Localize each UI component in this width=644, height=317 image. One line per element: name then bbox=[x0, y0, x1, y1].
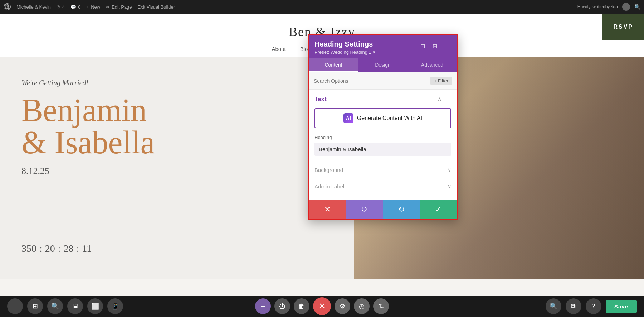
admin-search-icon[interactable]: 🔍 bbox=[634, 4, 640, 10]
panel-cancel-button[interactable]: ✕ bbox=[309, 200, 346, 219]
filter-button[interactable]: + Filter bbox=[430, 77, 452, 85]
bottom-toolbar: ☰ ⊞ 🔍 🖥 ⬜ 📱 + ⏻ 🗑 ✕ ⚙ ◷ ⇅ 🔍 ⧉ ? Save bbox=[0, 296, 644, 317]
rsvp-corner-button[interactable]: RSVP bbox=[602, 14, 644, 40]
hero-left-content: We're Getting Married! Benjamin& Isabell… bbox=[0, 57, 354, 279]
howdy-text: Howdy, writtenbyekta bbox=[577, 4, 618, 9]
panel-search-bar: + Filter bbox=[309, 72, 457, 90]
edit-page-item[interactable]: ✏ Edit Page bbox=[106, 4, 132, 10]
countdown: 350 : 20 : 28 : 11 bbox=[21, 243, 92, 254]
countdown-hours: 20 bbox=[45, 243, 55, 254]
revisions-item[interactable]: ⟳ 4 bbox=[57, 4, 65, 10]
hero-date: 8.12.25 bbox=[21, 166, 333, 177]
exit-builder-label: Exit Visual Builder bbox=[138, 4, 175, 10]
settings-button[interactable]: ⚙ bbox=[335, 298, 350, 314]
close-button[interactable]: ✕ bbox=[313, 297, 331, 315]
reset-icon: ↺ bbox=[361, 205, 367, 214]
hero-subtitle: We're Getting Married! bbox=[21, 79, 333, 87]
background-chevron-icon: ∨ bbox=[448, 167, 451, 173]
countdown-days: 350 bbox=[21, 243, 36, 254]
new-item[interactable]: + New bbox=[87, 4, 101, 10]
new-label: New bbox=[91, 4, 100, 10]
panel-body: Text ∧ ⋮ AI Generate Content With AI Hea… bbox=[309, 90, 457, 200]
save-button[interactable]: Save bbox=[606, 300, 637, 313]
text-section-title: Text bbox=[314, 96, 327, 103]
edit-page-label: Edit Page bbox=[112, 4, 132, 10]
site-name-label: Michelle & Kevin bbox=[16, 4, 51, 10]
admin-label-section-header[interactable]: Admin Label ∨ bbox=[314, 183, 451, 189]
panel-title: Heading Settings bbox=[314, 40, 418, 48]
panel-confirm-button[interactable]: ✓ bbox=[420, 200, 457, 219]
heading-field-label: Heading bbox=[314, 135, 451, 140]
history-button[interactable]: ◷ bbox=[354, 298, 370, 314]
admin-label-section-title: Admin Label bbox=[314, 183, 344, 189]
desktop-view-button[interactable]: 🖥 bbox=[67, 298, 83, 314]
user-avatar bbox=[622, 3, 630, 11]
toolbar-search-icon[interactable]: 🔍 bbox=[546, 298, 561, 314]
wp-logo-item[interactable] bbox=[4, 3, 11, 10]
tab-content[interactable]: Content bbox=[309, 58, 358, 72]
background-section: Background ∨ bbox=[314, 162, 451, 178]
hero-names: Benjamin& Isabella bbox=[21, 94, 333, 159]
panel-more-icon[interactable]: ⋮ bbox=[443, 42, 451, 50]
power-button[interactable]: ⏻ bbox=[274, 298, 290, 314]
comments-item[interactable]: 💬 0 bbox=[70, 4, 80, 10]
ai-icon: AI bbox=[343, 113, 353, 123]
ai-generate-label: Generate Content With AI bbox=[357, 115, 422, 121]
admin-label-chevron-icon: ∨ bbox=[448, 183, 451, 189]
countdown-sep3: : bbox=[77, 243, 79, 254]
help-icon[interactable]: ? bbox=[586, 298, 601, 314]
tablet-view-button[interactable]: ⬜ bbox=[87, 298, 103, 314]
tab-design[interactable]: Design bbox=[358, 58, 408, 72]
countdown-sep1: : bbox=[39, 243, 42, 254]
section-collapse-icon[interactable]: ∧ bbox=[437, 95, 442, 103]
pencil-icon: ✏ bbox=[106, 4, 110, 10]
countdown-seconds: 11 bbox=[82, 243, 92, 254]
admin-label-section: Admin Label ∨ bbox=[314, 178, 451, 194]
section-more-icon[interactable]: ⋮ bbox=[445, 95, 451, 103]
confirm-icon: ✓ bbox=[435, 205, 441, 214]
delete-button[interactable]: 🗑 bbox=[294, 298, 309, 314]
hamburger-menu-button[interactable]: ☰ bbox=[7, 298, 23, 314]
panel-header: Heading Settings Preset: Wedding Heading… bbox=[309, 35, 457, 58]
panel-footer: ✕ ↺ ↻ ✓ bbox=[309, 200, 457, 219]
revisions-count: 4 bbox=[62, 4, 65, 10]
comments-count: 0 bbox=[78, 4, 80, 10]
panel-preset[interactable]: Preset: Wedding Heading 1 ▾ bbox=[314, 49, 418, 55]
panel-reset-button[interactable]: ↺ bbox=[346, 200, 383, 219]
background-section-header[interactable]: Background ∨ bbox=[314, 167, 451, 173]
search-button[interactable]: 🔍 bbox=[47, 298, 63, 314]
countdown-sep2: : bbox=[58, 243, 61, 254]
tab-advanced[interactable]: Advanced bbox=[408, 58, 457, 72]
redo-icon: ↻ bbox=[398, 205, 405, 214]
exit-builder-item[interactable]: Exit Visual Builder bbox=[138, 4, 175, 10]
revisions-icon: ⟳ bbox=[57, 4, 60, 10]
wp-admin-bar: Michelle & Kevin ⟳ 4 💬 0 + New ✏ Edit Pa… bbox=[0, 0, 644, 14]
plus-icon: + bbox=[87, 4, 89, 10]
cancel-icon: ✕ bbox=[324, 205, 331, 214]
nav-about[interactable]: About bbox=[272, 46, 286, 52]
background-section-title: Background bbox=[314, 167, 343, 173]
mobile-view-button[interactable]: 📱 bbox=[107, 298, 123, 314]
layers-icon[interactable]: ⧉ bbox=[566, 298, 581, 314]
grid-view-button[interactable]: ⊞ bbox=[27, 298, 43, 314]
site-name-item[interactable]: Michelle & Kevin bbox=[16, 4, 51, 10]
search-options-input[interactable] bbox=[314, 78, 428, 84]
countdown-minutes: 28 bbox=[64, 243, 74, 254]
text-section-header: Text ∧ ⋮ bbox=[314, 95, 451, 103]
heading-settings-panel: Heading Settings Preset: Wedding Heading… bbox=[308, 34, 458, 220]
panel-columns-icon[interactable]: ⊟ bbox=[430, 42, 439, 50]
panel-tabs: Content Design Advanced bbox=[309, 58, 457, 72]
heading-field-input[interactable] bbox=[314, 143, 451, 156]
add-module-button[interactable]: + bbox=[255, 298, 271, 314]
panel-redo-button[interactable]: ↻ bbox=[383, 200, 420, 219]
preset-chevron-icon: ▾ bbox=[373, 49, 375, 55]
split-button[interactable]: ⇅ bbox=[373, 298, 389, 314]
panel-resize-icon[interactable]: ⊡ bbox=[418, 42, 427, 50]
comments-icon: 💬 bbox=[70, 4, 76, 10]
ai-generate-button[interactable]: AI Generate Content With AI bbox=[314, 108, 451, 128]
